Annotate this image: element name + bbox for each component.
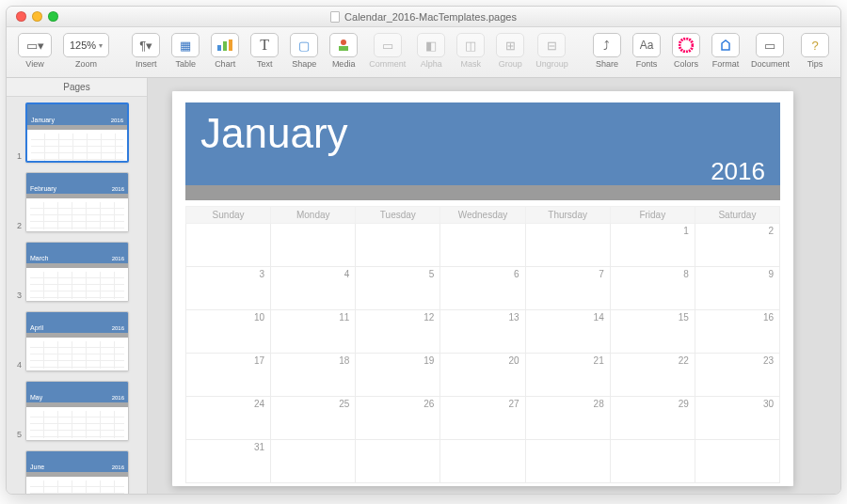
document-button[interactable]: ▭Document xyxy=(747,31,793,71)
comment-label: Comment xyxy=(369,59,406,69)
page-thumbnail[interactable]: April2016 xyxy=(25,311,129,371)
thumb-wrap[interactable]: 2February2016 xyxy=(14,172,139,232)
calendar-cell[interactable] xyxy=(525,440,610,483)
text-button[interactable]: TText xyxy=(247,31,282,71)
calendar-row: 24252627282930 xyxy=(186,397,780,440)
calendar-cell[interactable]: 3 xyxy=(186,267,271,310)
format-button[interactable]: Format xyxy=(708,31,743,71)
calendar-header-row: SundayMondayTuesdayWednesdayThursdayFrid… xyxy=(186,207,780,224)
thumb-wrap[interactable]: 5May2016 xyxy=(14,381,139,441)
calendar-cell[interactable]: 9 xyxy=(695,267,779,310)
calendar-cell[interactable]: 29 xyxy=(610,397,695,440)
calendar-cell[interactable]: 15 xyxy=(610,310,695,354)
calendar-cell[interactable]: 12 xyxy=(356,310,440,354)
thumb-wrap[interactable]: 1January2016 xyxy=(14,102,139,163)
zoom-button[interactable]: 125% Zoom xyxy=(59,31,113,71)
calendar-cell[interactable]: 28 xyxy=(525,397,610,440)
calendar-cell[interactable]: 19 xyxy=(356,354,440,397)
calendar-table[interactable]: SundayMondayTuesdayWednesdayThursdayFrid… xyxy=(185,206,780,483)
view-button[interactable]: ▭▾ View xyxy=(14,31,56,71)
calendar-cell[interactable] xyxy=(440,440,525,483)
thumb-wrap[interactable]: 6June2016 xyxy=(14,450,139,494)
chart-button[interactable]: Chart xyxy=(207,31,243,71)
tips-label: Tips xyxy=(807,59,823,69)
format-icon xyxy=(711,33,740,57)
page-thumbnail[interactable]: March2016 xyxy=(25,242,129,302)
calendar-cell[interactable] xyxy=(695,440,779,483)
calendar-cell[interactable]: 22 xyxy=(610,354,695,397)
calendar-cell[interactable]: 8 xyxy=(610,267,695,310)
calendar-cell[interactable] xyxy=(271,440,356,483)
chart-label: Chart xyxy=(215,59,235,69)
calendar-cell[interactable]: 2 xyxy=(695,224,779,267)
page-thumbnail[interactable]: January2016 xyxy=(25,102,129,163)
thumb-wrap[interactable]: 3March2016 xyxy=(14,242,139,302)
page-thumbnail[interactable]: June2016 xyxy=(25,450,129,494)
calendar-cell[interactable]: 4 xyxy=(271,267,356,310)
zoom-value: 125% xyxy=(70,39,96,51)
share-button[interactable]: ⤴Share xyxy=(589,31,625,71)
calendar-cell[interactable] xyxy=(356,224,440,267)
mask-button: ◫Mask xyxy=(453,31,488,71)
media-button[interactable]: Media xyxy=(326,31,361,71)
app-window: Calendar_2016-MacTemplates.pages ▭▾ View… xyxy=(6,6,841,495)
view-icon: ▭▾ xyxy=(18,33,52,57)
tips-icon: ? xyxy=(801,33,829,57)
comment-icon: ▭ xyxy=(374,33,402,57)
table-button[interactable]: ▦Table xyxy=(168,31,203,71)
calendar-cell[interactable] xyxy=(271,224,356,267)
page-thumbnail[interactable]: May2016 xyxy=(25,381,129,441)
calendar-cell[interactable]: 17 xyxy=(186,354,271,397)
share-icon: ⤴ xyxy=(593,33,621,57)
calendar-cell[interactable]: 11 xyxy=(271,310,356,354)
calendar-cell[interactable]: 14 xyxy=(525,310,610,354)
calendar-cell[interactable] xyxy=(186,224,271,267)
calendar-cell[interactable]: 21 xyxy=(525,354,610,397)
calendar-cell[interactable]: 25 xyxy=(271,397,356,440)
fonts-button[interactable]: AaFonts xyxy=(629,31,664,71)
page-header[interactable]: January 2016 xyxy=(185,102,780,185)
ungroup-label: Ungroup xyxy=(535,59,568,69)
page[interactable]: January 2016 SundayMondayTuesdayWednesda… xyxy=(172,91,793,486)
calendar-cell[interactable] xyxy=(356,440,440,483)
month-name[interactable]: January xyxy=(200,110,765,157)
calendar-cell[interactable]: 30 xyxy=(695,397,779,440)
page-thumbnail[interactable]: February2016 xyxy=(25,172,129,232)
calendar-cell[interactable]: 6 xyxy=(440,267,525,310)
calendar-cell[interactable]: 24 xyxy=(186,397,271,440)
canvas[interactable]: January 2016 SundayMondayTuesdayWednesda… xyxy=(148,78,840,494)
calendar-cell[interactable] xyxy=(610,440,695,483)
colors-button[interactable]: Colors xyxy=(668,31,704,71)
thumb-wrap[interactable]: 4April2016 xyxy=(14,311,139,371)
calendar-cell[interactable]: 27 xyxy=(440,397,525,440)
calendar-cell[interactable]: 20 xyxy=(440,354,525,397)
insert-button[interactable]: ¶▾Insert xyxy=(128,31,164,71)
group-label: Group xyxy=(499,59,522,69)
calendar-cell[interactable] xyxy=(440,224,525,267)
zoom-select[interactable]: 125% xyxy=(63,33,109,57)
day-header: Tuesday xyxy=(356,207,440,224)
shape-button[interactable]: ▢Shape xyxy=(286,31,322,71)
calendar-cell[interactable]: 31 xyxy=(186,440,271,483)
calendar-cell[interactable]: 1 xyxy=(610,224,695,267)
calendar-cell[interactable]: 26 xyxy=(356,397,440,440)
day-header: Wednesday xyxy=(440,207,525,224)
calendar-cell[interactable]: 16 xyxy=(695,310,779,354)
calendar-cell[interactable] xyxy=(525,224,610,267)
calendar-cell[interactable]: 5 xyxy=(356,267,440,310)
zoom-label: Zoom xyxy=(75,59,97,69)
calendar-cell[interactable]: 23 xyxy=(695,354,779,397)
svg-rect-0 xyxy=(217,45,221,51)
thumb-number: 3 xyxy=(14,291,22,302)
calendar-cell[interactable]: 7 xyxy=(525,267,610,310)
calendar-cell[interactable]: 18 xyxy=(271,354,356,397)
toolbar: ▭▾ View 125% Zoom ¶▾Insert ▦Table Chart … xyxy=(7,27,840,78)
year[interactable]: 2016 xyxy=(711,157,765,186)
calendar-cell[interactable]: 13 xyxy=(440,310,525,354)
tips-button[interactable]: ?Tips xyxy=(797,31,833,71)
calendar-row: 10111213141516 xyxy=(186,310,780,354)
alpha-icon: ◧ xyxy=(417,33,445,57)
insert-icon: ¶▾ xyxy=(132,33,160,57)
ungroup-icon: ⊟ xyxy=(537,33,566,57)
calendar-cell[interactable]: 10 xyxy=(186,310,271,354)
